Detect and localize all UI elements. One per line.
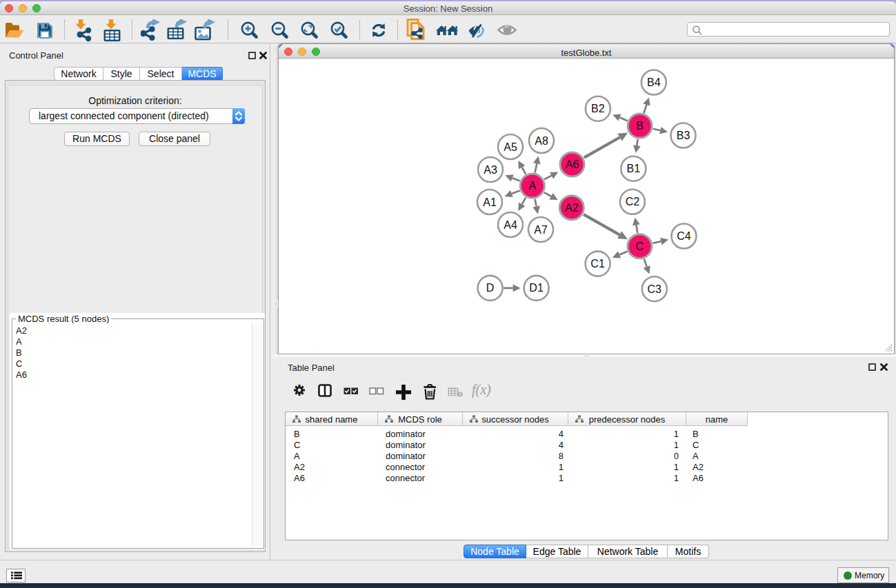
svg-text:C: C bbox=[636, 241, 644, 252]
svg-text:C1: C1 bbox=[590, 258, 605, 270]
svg-text:A4: A4 bbox=[504, 219, 517, 231]
svg-text:A1: A1 bbox=[483, 196, 497, 208]
svg-text:B2: B2 bbox=[591, 103, 605, 114]
svg-text:A: A bbox=[528, 180, 536, 192]
svg-text:B1: B1 bbox=[627, 163, 641, 174]
svg-text:B: B bbox=[636, 120, 644, 132]
svg-text:A2: A2 bbox=[565, 202, 579, 214]
svg-text:B3: B3 bbox=[677, 130, 690, 141]
svg-text:A7: A7 bbox=[534, 224, 548, 236]
svg-text:C4: C4 bbox=[677, 230, 691, 242]
svg-text:D: D bbox=[486, 282, 495, 294]
svg-text:C3: C3 bbox=[648, 283, 662, 295]
svg-text:B4: B4 bbox=[647, 77, 661, 88]
svg-text:C2: C2 bbox=[626, 196, 640, 207]
svg-text:A5: A5 bbox=[504, 141, 517, 153]
svg-text:A6: A6 bbox=[566, 159, 579, 170]
svg-text:D1: D1 bbox=[529, 282, 544, 294]
svg-text:A3: A3 bbox=[484, 164, 497, 176]
svg-text:A8: A8 bbox=[535, 135, 548, 147]
